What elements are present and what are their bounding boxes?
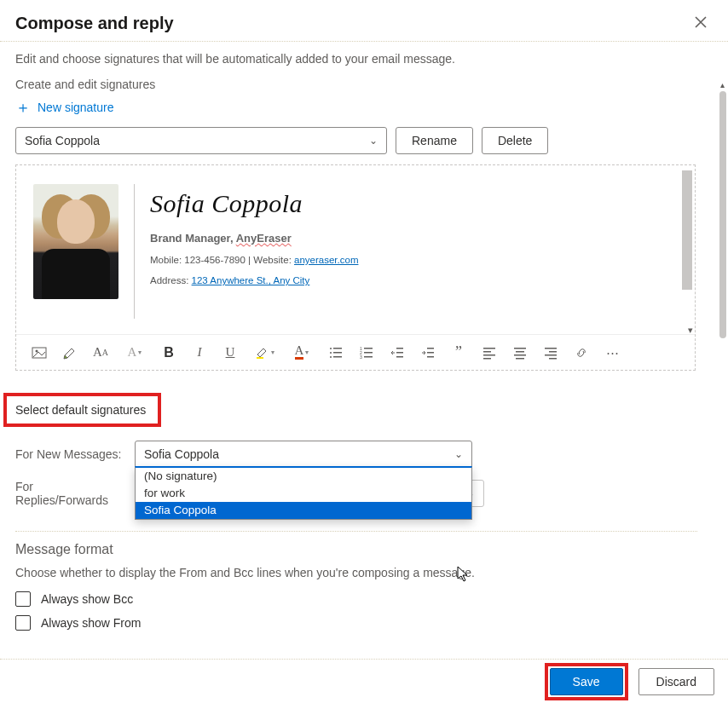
signature-name: Sofia Coppola <box>150 189 678 218</box>
svg-point-7 <box>330 356 332 358</box>
signature-title: Brand Manager, AnyEraser <box>150 232 678 245</box>
signature-dropdown[interactable]: (No signature) for work Sofia Coppola <box>135 466 472 520</box>
align-left-icon[interactable] <box>480 343 499 362</box>
align-right-icon[interactable] <box>541 343 560 362</box>
chevron-down-icon: ⌄ <box>454 448 463 460</box>
more-icon[interactable]: ⋯ <box>603 343 621 362</box>
svg-rect-17 <box>396 356 403 358</box>
svg-rect-23 <box>483 354 495 356</box>
default-signatures-heading: Select default signatures <box>3 393 161 427</box>
italic-icon[interactable]: I <box>190 343 209 362</box>
rename-button[interactable]: Rename <box>396 127 473 154</box>
settings-body: ▴ Edit and choose signatures that will b… <box>0 42 728 664</box>
svg-rect-26 <box>516 351 524 353</box>
svg-rect-2 <box>257 357 263 359</box>
dropdown-option-for-work[interactable]: for work <box>136 485 471 502</box>
svg-rect-16 <box>396 352 403 354</box>
svg-point-5 <box>330 352 332 354</box>
dropdown-option-sofia[interactable]: Sofia Coppola <box>136 502 471 519</box>
outdent-icon[interactable] <box>388 343 407 362</box>
paint-icon[interactable] <box>61 343 79 362</box>
svg-point-3 <box>330 348 332 349</box>
format-toolbar: AA A B I U A 123 ” ⋯ <box>16 334 695 370</box>
svg-rect-32 <box>549 358 557 360</box>
new-messages-value: Sofia Coppola <box>144 447 219 461</box>
editor-scrollbar[interactable] <box>682 170 692 290</box>
address-link[interactable]: 123 Anywhere St., Any City <box>192 275 310 285</box>
svg-rect-30 <box>549 351 557 353</box>
numbering-icon[interactable]: 123 <box>357 343 376 362</box>
svg-rect-12 <box>364 352 373 354</box>
svg-rect-25 <box>514 348 526 349</box>
signature-contact: Mobile: 123-456-7890 | Website: anyerase… <box>150 255 678 265</box>
discard-button[interactable]: Discard <box>638 668 714 695</box>
new-messages-label: For New Messages: <box>15 447 126 461</box>
close-icon <box>694 15 708 29</box>
svg-text:3: 3 <box>360 354 362 360</box>
svg-rect-14 <box>364 356 373 358</box>
section-divider <box>15 531 697 532</box>
indent-icon[interactable] <box>419 343 437 362</box>
page-title: Compose and reply <box>15 14 174 33</box>
chevron-down-icon: ⌄ <box>369 135 378 147</box>
svg-rect-28 <box>516 358 524 360</box>
signature-address: Address: 123 Anywhere St., Any City <box>150 275 678 285</box>
replies-label: For Replies/Forwards <box>15 480 126 507</box>
svg-rect-15 <box>396 348 403 349</box>
cursor-icon <box>457 566 471 583</box>
dropdown-option-no-signature[interactable]: (No signature) <box>136 468 471 485</box>
svg-rect-8 <box>333 356 342 358</box>
link-icon[interactable] <box>572 343 591 362</box>
svg-rect-24 <box>483 358 491 360</box>
save-button[interactable]: Save <box>550 668 623 695</box>
image-icon[interactable] <box>30 343 49 362</box>
svg-point-1 <box>36 349 38 352</box>
svg-rect-27 <box>514 354 526 356</box>
svg-rect-22 <box>483 351 491 353</box>
save-highlight: Save <box>545 663 628 700</box>
intro-text: Edit and choose signatures that will be … <box>15 52 694 66</box>
new-messages-select[interactable]: Sofia Coppola ⌄ <box>135 441 472 468</box>
quote-icon[interactable]: ” <box>449 343 468 362</box>
always-show-bcc-label: Always show Bcc <box>41 592 133 606</box>
scroll-up-arrow[interactable]: ▴ <box>720 80 725 89</box>
signature-photo <box>33 184 118 299</box>
svg-rect-10 <box>364 348 373 349</box>
svg-rect-29 <box>545 348 557 349</box>
editor-scroll-down[interactable]: ▾ <box>688 325 693 336</box>
footer-bar: Save Discard <box>0 659 728 703</box>
message-format-title: Message format <box>15 542 694 557</box>
svg-rect-21 <box>483 348 495 349</box>
svg-rect-18 <box>427 348 434 349</box>
close-button[interactable] <box>689 9 713 37</box>
svg-rect-4 <box>333 348 342 349</box>
svg-rect-6 <box>333 352 342 354</box>
svg-rect-31 <box>545 354 557 356</box>
bullets-icon[interactable] <box>326 343 345 362</box>
signature-editor[interactable]: Sofia Coppola Brand Manager, AnyEraser M… <box>15 164 696 371</box>
svg-rect-20 <box>427 356 434 358</box>
svg-rect-19 <box>427 352 434 354</box>
font-size-icon[interactable]: A <box>122 343 147 362</box>
page-scrollbar[interactable] <box>719 91 726 338</box>
underline-icon[interactable]: U <box>221 343 240 362</box>
font-color-icon[interactable]: A <box>289 343 315 362</box>
highlight-icon[interactable] <box>251 343 277 362</box>
create-edit-label: Create and edit signatures <box>15 78 694 91</box>
website-link[interactable]: anyeraser.com <box>294 255 358 265</box>
align-center-icon[interactable] <box>511 343 529 362</box>
always-show-bcc-checkbox[interactable] <box>15 591 31 607</box>
delete-button[interactable]: Delete <box>482 127 548 154</box>
bold-icon[interactable]: B <box>159 343 178 362</box>
new-signature-button[interactable]: ＋ New signature <box>15 100 114 115</box>
always-show-from-checkbox[interactable] <box>15 615 31 631</box>
message-format-sub: Choose whether to display the From and B… <box>15 566 694 579</box>
always-show-from-label: Always show From <box>41 616 141 630</box>
signature-select[interactable]: Sofia Coppola ⌄ <box>15 127 387 154</box>
font-case-icon[interactable]: AA <box>91 343 110 362</box>
new-signature-label: New signature <box>38 101 114 114</box>
plus-icon: ＋ <box>15 100 31 115</box>
signature-select-value: Sofia Coppola <box>25 134 100 147</box>
